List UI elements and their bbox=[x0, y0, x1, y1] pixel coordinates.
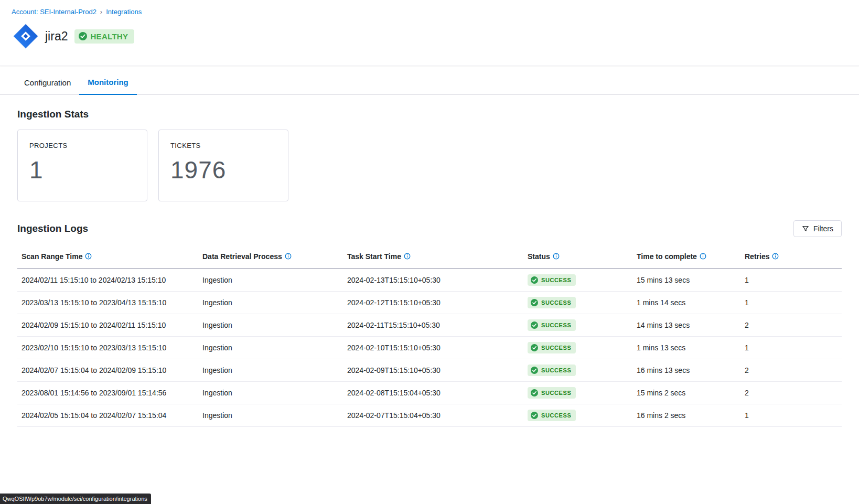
breadcrumb: Account: SEI-Internal-Prod2 › Integratio… bbox=[12, 8, 859, 16]
check-circle-icon bbox=[531, 412, 538, 419]
table-row: 2023/03/13 15:15:10 to 2023/04/13 15:15:… bbox=[17, 292, 842, 314]
cell-scan-range: 2023/08/01 15:14:56 to 2023/09/01 15:14:… bbox=[17, 382, 198, 404]
cell-time-to-complete: 15 mins 2 secs bbox=[632, 382, 740, 404]
cell-process: Ingestion bbox=[198, 314, 343, 337]
status-label: SUCCESS bbox=[541, 322, 571, 328]
status-badge: SUCCESS bbox=[528, 342, 576, 353]
cell-task-start: 2024-02-13T15:15:10+05:30 bbox=[343, 269, 523, 292]
cell-task-start: 2024-02-10T15:15:10+05:30 bbox=[343, 337, 523, 359]
cell-process: Ingestion bbox=[198, 337, 343, 359]
status-badge: SUCCESS bbox=[528, 297, 576, 308]
projects-stat-card: PROJECTS 1 bbox=[17, 130, 147, 201]
table-row: 2024/02/07 15:15:04 to 2024/02/09 15:15:… bbox=[17, 359, 842, 382]
status-badge: SUCCESS bbox=[528, 319, 576, 331]
column-label: Scan Range Time bbox=[22, 252, 82, 261]
ingestion-logs-header-row: Ingestion Logs Filters bbox=[17, 220, 842, 237]
info-icon[interactable] bbox=[700, 253, 706, 260]
cell-process: Ingestion bbox=[198, 404, 343, 427]
check-circle-icon bbox=[531, 389, 538, 396]
status-label: SUCCESS bbox=[541, 390, 571, 396]
filters-button[interactable]: Filters bbox=[793, 220, 842, 237]
tab-monitoring[interactable]: Monitoring bbox=[79, 78, 136, 95]
status-badge: SUCCESS bbox=[528, 364, 576, 376]
cell-status: SUCCESS bbox=[523, 404, 632, 427]
ingestion-logs-heading: Ingestion Logs bbox=[17, 223, 88, 234]
projects-stat-label: PROJECTS bbox=[29, 142, 135, 149]
status-label: SUCCESS bbox=[541, 367, 571, 373]
cell-time-to-complete: 16 mins 2 secs bbox=[632, 404, 740, 427]
health-status-label: HEALTHY bbox=[90, 32, 128, 41]
table-row: 2024/02/09 15:15:10 to 2024/02/11 15:15:… bbox=[17, 314, 842, 337]
page-header: Account: SEI-Internal-Prod2 › Integratio… bbox=[0, 0, 859, 66]
cell-process: Ingestion bbox=[198, 382, 343, 404]
filter-funnel-icon bbox=[802, 225, 809, 232]
filters-button-label: Filters bbox=[813, 224, 833, 233]
title-row: jira2 HEALTHY bbox=[12, 22, 859, 50]
status-badge: SUCCESS bbox=[528, 274, 576, 286]
cell-time-to-complete: 1 mins 13 secs bbox=[632, 337, 740, 359]
cell-retries: 2 bbox=[740, 382, 842, 404]
status-badge: SUCCESS bbox=[528, 410, 576, 421]
table-row: 2023/08/01 15:14:56 to 2023/09/01 15:14:… bbox=[17, 382, 842, 404]
cell-process: Ingestion bbox=[198, 359, 343, 382]
status-label: SUCCESS bbox=[541, 277, 571, 283]
cell-retries: 1 bbox=[740, 269, 842, 292]
cell-time-to-complete: 16 mins 13 secs bbox=[632, 359, 740, 382]
breadcrumb-integrations-link[interactable]: Integrations bbox=[106, 8, 142, 16]
link-preview-status-bar: QwqOSIIWp9ob7w/module/sei/configuration/… bbox=[0, 494, 151, 504]
tickets-stat-value: 1976 bbox=[170, 156, 276, 184]
cell-scan-range: 2024/02/11 15:15:10 to 2024/02/13 15:15:… bbox=[17, 269, 198, 292]
column-header-scan-range: Scan Range Time bbox=[17, 246, 198, 269]
table-row: 2024/02/11 15:15:10 to 2024/02/13 15:15:… bbox=[17, 269, 842, 292]
cell-scan-range: 2023/02/10 15:15:10 to 2023/03/13 15:15:… bbox=[17, 337, 198, 359]
cell-status: SUCCESS bbox=[523, 359, 632, 382]
check-circle-icon bbox=[531, 299, 538, 306]
cell-retries: 2 bbox=[740, 314, 842, 337]
cell-scan-range: 2024/02/09 15:15:10 to 2024/02/11 15:15:… bbox=[17, 314, 198, 337]
tickets-stat-label: TICKETS bbox=[170, 142, 276, 149]
tab-configuration[interactable]: Configuration bbox=[16, 78, 79, 94]
cell-task-start: 2024-02-09T15:15:10+05:30 bbox=[343, 359, 523, 382]
info-icon[interactable] bbox=[553, 253, 560, 260]
breadcrumb-account-link[interactable]: Account: SEI-Internal-Prod2 bbox=[12, 8, 96, 16]
info-icon[interactable] bbox=[285, 253, 292, 260]
ingestion-logs-table: Scan Range Time Data Retrieval Process T… bbox=[17, 246, 842, 427]
cell-scan-range: 2024/02/05 15:15:04 to 2024/02/07 15:15:… bbox=[17, 404, 198, 427]
cell-time-to-complete: 14 mins 13 secs bbox=[632, 314, 740, 337]
cell-retries: 1 bbox=[740, 292, 842, 314]
column-label: Status bbox=[528, 252, 550, 261]
tab-configuration-label: Configuration bbox=[24, 78, 71, 87]
jira-logo-icon bbox=[12, 22, 40, 50]
stats-cards: PROJECTS 1 TICKETS 1976 bbox=[17, 130, 842, 201]
column-label: Task Start Time bbox=[347, 252, 401, 261]
info-icon[interactable] bbox=[772, 253, 779, 260]
cell-status: SUCCESS bbox=[523, 382, 632, 404]
info-icon[interactable] bbox=[404, 253, 411, 260]
cell-status: SUCCESS bbox=[523, 337, 632, 359]
tab-monitoring-label: Monitoring bbox=[88, 78, 128, 87]
cell-scan-range: 2024/02/07 15:15:04 to 2024/02/09 15:15:… bbox=[17, 359, 198, 382]
cell-scan-range: 2023/03/13 15:15:10 to 2023/04/13 15:15:… bbox=[17, 292, 198, 314]
column-header-process: Data Retrieval Process bbox=[198, 246, 343, 269]
tickets-stat-card: TICKETS 1976 bbox=[158, 130, 288, 201]
status-label: SUCCESS bbox=[541, 412, 571, 419]
column-label: Time to complete bbox=[637, 252, 697, 261]
cell-time-to-complete: 15 mins 13 secs bbox=[632, 269, 740, 292]
check-circle-icon bbox=[531, 321, 538, 329]
cell-retries: 1 bbox=[740, 404, 842, 427]
cell-task-start: 2024-02-08T15:15:04+05:30 bbox=[343, 382, 523, 404]
tab-bar: Configuration Monitoring bbox=[0, 66, 859, 95]
ingestion-stats-heading: Ingestion Stats bbox=[17, 109, 842, 120]
column-header-status: Status bbox=[523, 246, 632, 269]
cell-status: SUCCESS bbox=[523, 292, 632, 314]
check-circle-icon bbox=[531, 367, 538, 374]
info-icon[interactable] bbox=[85, 253, 92, 260]
projects-stat-value: 1 bbox=[29, 156, 135, 184]
cell-retries: 1 bbox=[740, 337, 842, 359]
cell-task-start: 2024-02-12T15:15:10+05:30 bbox=[343, 292, 523, 314]
column-label: Data Retrieval Process bbox=[202, 252, 282, 261]
cell-process: Ingestion bbox=[198, 292, 343, 314]
check-circle-icon bbox=[531, 344, 538, 351]
status-label: SUCCESS bbox=[541, 299, 571, 306]
cell-status: SUCCESS bbox=[523, 269, 632, 292]
